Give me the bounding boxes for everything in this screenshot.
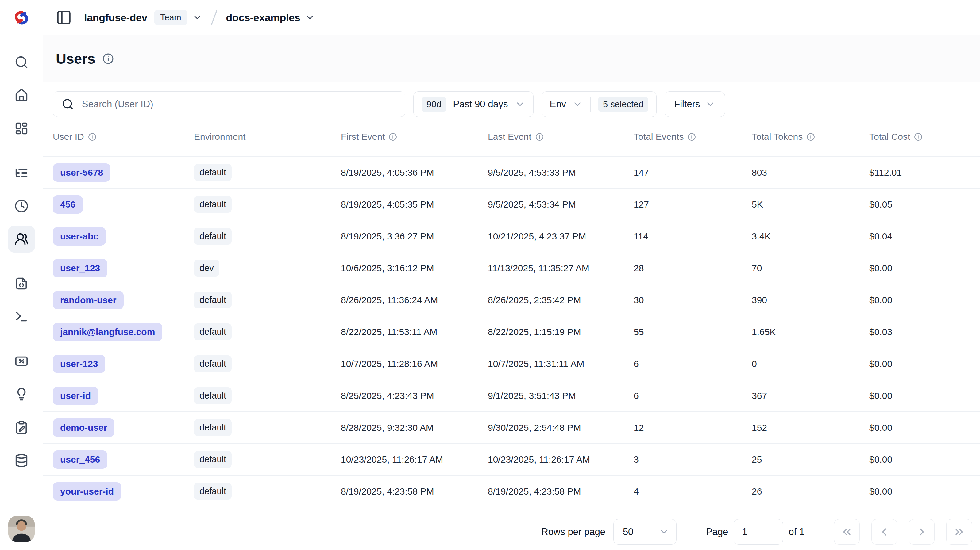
user-id-badge[interactable]: user-abc	[53, 227, 106, 246]
info-icon[interactable]	[389, 133, 397, 141]
table-row[interactable]: user_456default10/23/2025, 11:26:17 AM10…	[43, 443, 980, 475]
chevron-down-icon	[572, 99, 583, 109]
info-icon[interactable]	[88, 133, 96, 141]
chevron-down-icon	[515, 99, 525, 109]
org-switcher-button[interactable]	[192, 13, 202, 22]
toolbar: 90d Past 90 days Env 5 selected Filters	[43, 82, 980, 117]
chevron-down-icon	[705, 99, 716, 109]
sidebar-item-annotation[interactable]	[8, 414, 35, 441]
chevron-right-icon	[916, 526, 928, 538]
langfuse-logo[interactable]	[12, 0, 31, 35]
user-id-badge[interactable]: random-user	[53, 291, 124, 309]
sidebar-item-dashboards[interactable]	[8, 115, 35, 142]
sidebar-item-datasets[interactable]	[8, 447, 35, 474]
filters-button[interactable]: Filters	[665, 91, 725, 117]
environment-badge: default	[194, 196, 232, 213]
table-row[interactable]: demo-userdefault8/28/2025, 9:32:30 AM9/3…	[43, 411, 980, 443]
user-id-badge[interactable]: demo-user	[53, 418, 115, 437]
search-icon	[62, 98, 74, 110]
breadcrumb-org-name[interactable]: langfuse-dev	[84, 12, 147, 24]
table-row[interactable]: user-5678default8/19/2025, 4:05:36 PM9/5…	[43, 156, 980, 188]
environment-filter-button[interactable]: Env 5 selected	[541, 91, 657, 117]
total-events-cell: 55	[633, 327, 752, 337]
environment-badge: default	[194, 419, 232, 436]
first-event-cell: 8/19/2025, 4:23:58 PM	[341, 486, 488, 497]
user-id-badge[interactable]: user-id	[53, 387, 98, 405]
user-id-badge[interactable]: user-123	[53, 355, 105, 373]
sidebar-toggle-button[interactable]	[56, 10, 72, 25]
column-header-last-event[interactable]: Last Event	[488, 132, 633, 142]
search-box	[53, 91, 405, 117]
sidebar-item-users[interactable]	[8, 226, 35, 253]
user-id-badge[interactable]: user_123	[53, 259, 107, 277]
previous-page-button[interactable]	[871, 519, 897, 545]
info-icon[interactable]	[687, 133, 696, 141]
table-row[interactable]: user-iddefault8/25/2025, 4:23:43 PM9/1/2…	[43, 380, 980, 411]
total-tokens-cell: 803	[752, 167, 869, 178]
info-icon[interactable]	[914, 133, 922, 141]
main-content: Users 90d Past 90 days Env 5 selected Fi…	[43, 35, 980, 550]
first-event-cell: 8/25/2025, 4:23:43 PM	[341, 391, 488, 401]
column-header-environment[interactable]: Environment	[194, 132, 341, 142]
table-row[interactable]: jannik@langfuse.comdefault8/22/2025, 11:…	[43, 316, 980, 348]
date-range-filter-button[interactable]: 90d Past 90 days	[413, 91, 534, 117]
table-row[interactable]: user_123dev10/6/2025, 3:16:12 PM11/13/20…	[43, 252, 980, 284]
column-header-total-events[interactable]: Total Events	[633, 132, 752, 142]
total-cost-cell: $0.03	[869, 327, 980, 337]
rows-per-page-select[interactable]: 50	[613, 519, 676, 545]
environment-badge: default	[194, 228, 232, 245]
table-row[interactable]: user-123default10/7/2025, 11:28:16 AM10/…	[43, 348, 980, 380]
environment-badge: default	[194, 387, 232, 404]
total-events-cell: 28	[633, 263, 752, 273]
sidebar-item-home[interactable]	[8, 82, 35, 109]
column-header-user-id[interactable]: User ID	[53, 132, 194, 142]
panel-left-icon	[56, 10, 72, 25]
playground-terminal-icon	[14, 310, 29, 324]
sidebar-item-evaluators[interactable]	[8, 348, 35, 375]
table-row[interactable]: 456default8/19/2025, 4:05:35 PM9/5/2025,…	[43, 188, 980, 220]
last-page-button[interactable]	[946, 519, 972, 545]
table-row[interactable]: user-abcdefault8/19/2025, 3:36:27 PM10/2…	[43, 220, 980, 252]
page-title-info-icon[interactable]	[102, 53, 114, 64]
total-tokens-cell: 0	[752, 359, 869, 369]
column-header-first-event[interactable]: First Event	[341, 132, 488, 142]
total-cost-cell: $0.00	[869, 263, 980, 273]
user-avatar[interactable]	[8, 516, 35, 542]
user-id-badge[interactable]: 456	[53, 195, 83, 214]
environment-badge: default	[194, 292, 232, 308]
page-number-input[interactable]	[733, 519, 783, 545]
info-icon[interactable]	[807, 133, 815, 141]
org-type-badge: Team	[154, 10, 187, 25]
page-label: Page	[706, 526, 728, 537]
total-cost-cell: $0.00	[869, 391, 980, 401]
next-page-button[interactable]	[909, 519, 935, 545]
prompts-file-icon	[14, 277, 29, 291]
total-cost-cell: $0.00	[869, 295, 980, 305]
last-event-cell: 9/5/2025, 4:53:34 PM	[488, 199, 633, 210]
first-event-cell: 10/23/2025, 11:26:17 AM	[341, 454, 488, 465]
user-id-badge[interactable]: jannik@langfuse.com	[53, 323, 162, 341]
breadcrumb-project-name[interactable]: docs-examples	[226, 12, 301, 24]
sidebar-item-playground[interactable]	[8, 303, 35, 330]
sidebar-item-sessions[interactable]	[8, 193, 35, 220]
sidebar-item-prompts[interactable]	[8, 270, 35, 297]
user-id-badge[interactable]: your-user-id	[53, 482, 121, 501]
column-header-total-tokens[interactable]: Total Tokens	[752, 132, 869, 142]
total-tokens-cell: 70	[752, 263, 869, 273]
sidebar-item-tracing[interactable]	[8, 159, 35, 186]
user-id-badge[interactable]: user-5678	[53, 163, 110, 182]
info-icon[interactable]	[535, 133, 544, 141]
sessions-clock-icon	[14, 199, 29, 213]
search-input[interactable]	[81, 98, 396, 110]
sidebar-item-search[interactable]	[8, 49, 35, 76]
users-table: User IDEnvironmentFirst EventLast EventT…	[43, 117, 980, 507]
first-page-button[interactable]	[834, 519, 860, 545]
column-header-total-cost[interactable]: Total Cost	[869, 132, 980, 142]
first-event-cell: 8/19/2025, 3:36:27 PM	[341, 231, 488, 242]
user-id-badge[interactable]: user_456	[53, 450, 107, 469]
table-row[interactable]: your-user-iddefault8/19/2025, 4:23:58 PM…	[43, 475, 980, 507]
users-icon	[14, 232, 29, 246]
table-row[interactable]: random-userdefault8/26/2025, 11:36:24 AM…	[43, 284, 980, 316]
sidebar-item-insights[interactable]	[8, 381, 35, 408]
project-switcher-button[interactable]	[305, 13, 315, 22]
